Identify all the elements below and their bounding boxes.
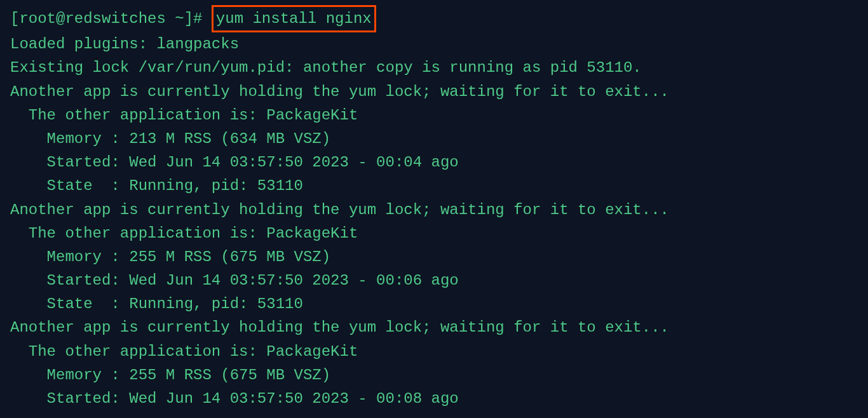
lock-line: Existing lock /var/run/yum.pid: another … (10, 56, 858, 79)
plugins-line: Loaded plugins: langpacks (10, 32, 858, 56)
prompt-prefix: [root@redswitches ~]# (10, 10, 212, 27)
started-line: Started: Wed Jun 14 03:57:50 2023 - 00:0… (10, 151, 858, 174)
other-app-line: The other application is: PackageKit (10, 222, 858, 245)
state-line: State : Running, pid: 53110 (10, 174, 858, 198)
command-text: yum install nginx (216, 10, 372, 27)
wait-line: Another app is currently holding the yum… (10, 80, 858, 104)
command-highlight: yum install nginx (212, 5, 376, 32)
other-app-line: The other application is: PackageKit (10, 340, 858, 363)
memory-line: Memory : 213 M RSS (634 MB VSZ) (10, 127, 858, 151)
other-app-line: The other application is: PackageKit (10, 104, 858, 127)
memory-line: Memory : 255 M RSS (675 MB VSZ) (10, 245, 858, 269)
started-line: Started: Wed Jun 14 03:57:50 2023 - 00:0… (10, 269, 858, 292)
wait-line: Another app is currently holding the yum… (10, 198, 858, 222)
terminal-prompt-line: [root@redswitches ~]# yum install nginx (10, 5, 858, 32)
started-line: Started: Wed Jun 14 03:57:50 2023 - 00:0… (10, 387, 858, 410)
wait-line: Another app is currently holding the yum… (10, 316, 858, 339)
state-line: State : Running, pid: 53110 (10, 292, 858, 316)
memory-line: Memory : 255 M RSS (675 MB VSZ) (10, 363, 858, 387)
